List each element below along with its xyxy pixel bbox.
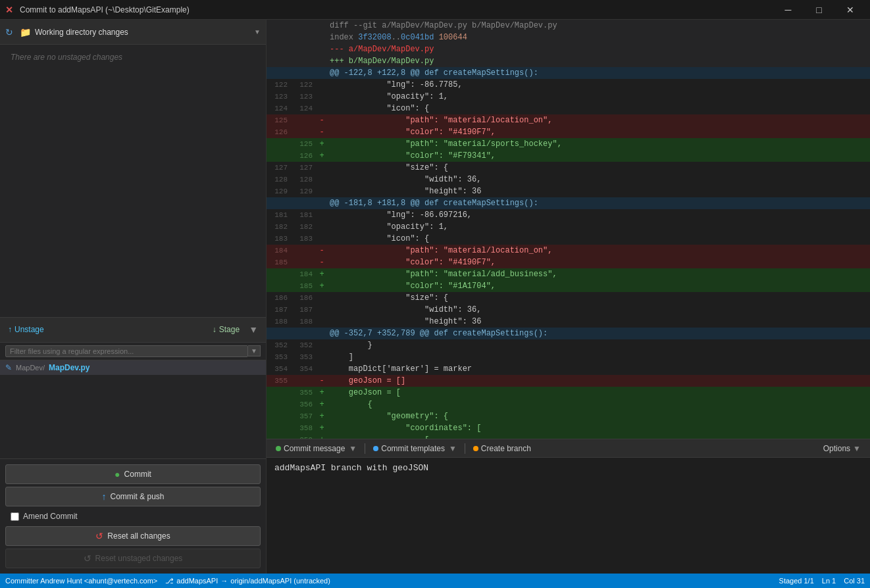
staged-area: ↑ Unstage ↓ Stage ▼ ▼ ✎ MapDev/MapDe (0, 317, 266, 574)
staged-file-item[interactable]: ✎ MapDev/MapDev.py (0, 360, 266, 375)
commit-message-tab[interactable]: Commit message ▼ (272, 443, 361, 454)
commit-message-dropdown[interactable]: ▼ (349, 444, 357, 453)
diff-line-add: 184+ "path": "material/add_business", (267, 268, 870, 280)
diff-old-file-line: --- a/MapDev/MapDev.py (267, 43, 870, 55)
diff-line: 353353 ] (267, 351, 870, 363)
branch-arrow: → (220, 577, 228, 585)
branch-icon: ⎇ (165, 577, 174, 585)
diff-line-add: 185+ "color": "#1A1704", (267, 280, 870, 292)
diff-hunk-header: @@ -122,8 +122,8 @@ def createMapSetting… (267, 67, 870, 79)
titlebar-controls: ─ □ ✕ (773, 0, 865, 20)
window-title: Commit to addMapsAPI (~\Desktop\GitExamp… (20, 5, 190, 14)
stage-button[interactable]: ↓ Stage (210, 324, 242, 335)
options-button[interactable]: Options ▼ (819, 443, 865, 454)
branch-name: addMapsAPI (176, 577, 218, 585)
reset-label: Reset all changes (107, 531, 170, 541)
right-panel: diff --git a/MapDev/MapDev.py b/MapDev/M… (267, 20, 870, 574)
amend-checkbox[interactable] (11, 512, 19, 521)
diff-line-add: 359+ [ (267, 434, 870, 439)
col-label: Col 31 (844, 577, 865, 585)
titlebar: ✕ Commit to addMapsAPI (~\Desktop\GitExa… (0, 0, 870, 20)
commit-message-toolbar: Commit message ▼ Commit templates ▼ Crea… (267, 439, 870, 458)
diff-content: diff --git a/MapDev/MapDev.py b/MapDev/M… (267, 20, 870, 439)
diff-line: 188188 "height": 36 (267, 316, 870, 328)
no-unstaged-message: There are no unstaged changes (0, 45, 266, 317)
staged-more-button[interactable]: ▼ (246, 323, 261, 336)
staged-files-list: ✎ MapDev/MapDev.py (0, 360, 266, 459)
commit-label: Commit (124, 470, 151, 479)
commit-templates-icon (373, 446, 378, 451)
staged-label: Staged 1/1 (779, 577, 814, 585)
diff-line-remove: 185- "color": "#4190F7", (267, 257, 870, 268)
minimize-button[interactable]: ─ (773, 0, 803, 20)
diff-line-remove: 355- geoJson = [] (267, 375, 870, 387)
file-path: MapDev/ (16, 364, 45, 372)
diff-line: 129129 "height": 36 (267, 185, 870, 197)
toolbar-separator (365, 443, 365, 454)
staged-header: ↑ Unstage ↓ Stage ▼ (0, 318, 266, 343)
reset-all-button[interactable]: ↺ Reset all changes (5, 526, 261, 546)
diff-line: 354354 mapDict['marker'] = marker (267, 363, 870, 375)
diff-header-line: diff --git a/MapDev/MapDev.py b/MapDev/M… (267, 20, 870, 32)
unstage-button[interactable]: ↑ Unstage (5, 324, 47, 335)
diff-view[interactable]: diff --git a/MapDev/MapDev.py b/MapDev/M… (267, 20, 870, 439)
committer-label: Committer Andrew Hunt <ahunt@vertech.com… (5, 577, 157, 585)
maximize-button[interactable]: □ (804, 0, 834, 20)
refresh-icon[interactable]: ↻ (5, 27, 16, 37)
diff-line-add: 355+ geoJson = [ (267, 387, 870, 399)
diff-line-add: 125+ "path": "material/sports_hockey", (267, 138, 870, 150)
commit-message-input[interactable]: addMapsAPI branch with geoJSON (267, 458, 870, 574)
create-branch-icon (473, 446, 478, 451)
ln-label: Ln 1 (822, 577, 836, 585)
filter-dropdown-button[interactable]: ▼ (248, 345, 261, 356)
action-buttons: ● Commit ↑ Commit & push Amend Commit ↺ … (0, 458, 266, 574)
diff-line: 352352 } (267, 339, 870, 351)
commit-push-label: Commit & push (110, 492, 164, 501)
diff-line: 122122 "lng": -86.7785, (267, 79, 870, 91)
file-icon: ✎ (5, 363, 12, 372)
reset-unstaged-button[interactable]: ↺ Reset unstaged changes (5, 549, 261, 568)
folder-icon: 📁 (20, 27, 31, 37)
diff-line-add: 356+ { (267, 399, 870, 410)
options-label: Options (823, 444, 850, 453)
diff-line: 182182 "opacity": 1, (267, 221, 870, 233)
close-button[interactable]: ✕ (835, 0, 865, 20)
diff-line-add: 126+ "color": "#F79341", (267, 150, 870, 162)
commit-push-icon: ↑ (101, 491, 106, 502)
reset-unstaged-icon: ↺ (84, 553, 91, 564)
diff-line: 123123 "opacity": 1, (267, 91, 870, 103)
unstaged-dropdown-arrow[interactable]: ▼ (254, 28, 261, 36)
create-branch-label: Create branch (481, 444, 531, 453)
diff-line: 186186 "size": { (267, 292, 870, 304)
reset-unstaged-label: Reset unstaged changes (95, 554, 183, 563)
titlebar-left: ✕ Commit to addMapsAPI (~\Desktop\GitExa… (5, 5, 190, 15)
commit-push-button[interactable]: ↑ Commit & push (5, 487, 261, 506)
amend-row: Amend Commit (5, 509, 261, 524)
diff-index-line: index 3f32008..0c041bd 100644 (267, 32, 870, 43)
committer-info: Committer Andrew Hunt <ahunt@vertech.com… (5, 577, 157, 585)
commit-templates-dropdown[interactable]: ▼ (449, 444, 457, 453)
amend-label[interactable]: Amend Commit (23, 512, 78, 521)
diff-line: 187187 "width": 36, (267, 304, 870, 316)
diff-line: 183183 "icon": { (267, 233, 870, 245)
statusbar: Committer Andrew Hunt <ahunt@vertech.com… (0, 574, 870, 588)
diff-line-add: 358+ "coordinates": [ (267, 422, 870, 434)
filter-input[interactable] (5, 345, 248, 357)
app-icon: ✕ (5, 5, 13, 15)
commit-button[interactable]: ● Commit (5, 464, 261, 484)
commit-message-area: Commit message ▼ Commit templates ▼ Crea… (267, 439, 870, 574)
remote-name: origin/addMapsAPI (untracked) (230, 577, 330, 585)
stage-label: Stage (219, 325, 240, 334)
branch-info[interactable]: ⎇ addMapsAPI → origin/addMapsAPI (untrac… (165, 577, 330, 585)
toolbar-separator-2 (465, 443, 465, 454)
diff-line: 127127 "size": { (267, 162, 870, 174)
filter-input-row: ▼ (0, 343, 266, 360)
commit-message-icon (276, 446, 281, 451)
commit-templates-label: Commit templates (381, 444, 445, 453)
commit-templates-tab[interactable]: Commit templates ▼ (369, 443, 461, 454)
diff-line-remove: 126- "color": "#4190F7", (267, 126, 870, 138)
unstaged-title: Working directory changes (35, 28, 250, 37)
diff-line-add: 357+ "geometry": { (267, 410, 870, 422)
create-branch-tab[interactable]: Create branch (469, 443, 535, 454)
commit-message-label: Commit message (284, 444, 345, 453)
